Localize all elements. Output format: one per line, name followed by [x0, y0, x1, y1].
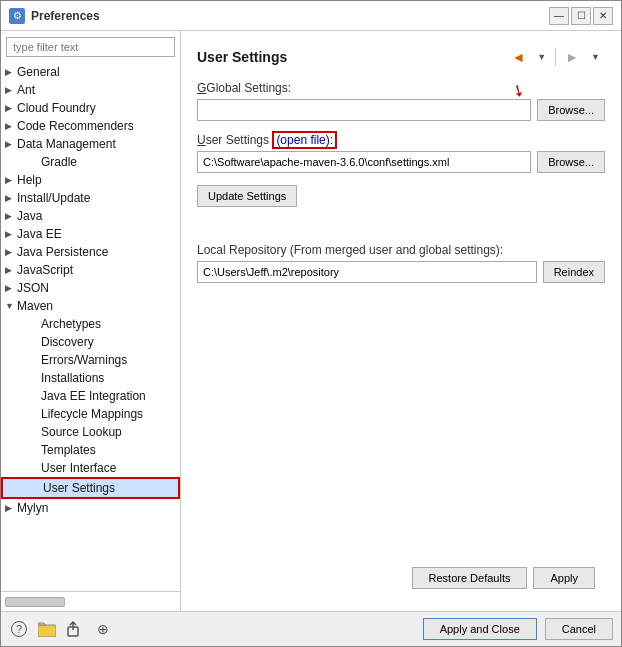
forward-button[interactable]: ►: [560, 47, 584, 67]
help-icon[interactable]: ?: [9, 619, 29, 639]
global-settings-input-row: ➘ Browse...: [197, 99, 605, 121]
tree-item-label: Maven: [17, 299, 53, 313]
panel-title: User Settings: [197, 49, 506, 65]
back-icon: ◄: [511, 49, 525, 65]
tree-item-mylyn[interactable]: ▶ Mylyn: [1, 499, 180, 517]
reindex-button[interactable]: Reindex: [543, 261, 605, 283]
expand-arrow: ▶: [5, 85, 17, 95]
user-settings-label-rest: ser Settings: [206, 133, 273, 147]
tree-item-label: Code Recommenders: [17, 119, 134, 133]
tree-item-help[interactable]: ▶ Help: [1, 171, 180, 189]
tree-item-label: General: [17, 65, 60, 79]
global-settings-label-rest: Global Settings:: [206, 81, 291, 95]
tree-item-errors-warnings[interactable]: Errors/Warnings: [1, 351, 180, 369]
tree-item-label: Data Management: [17, 137, 116, 151]
dropdown-icon: ▼: [537, 52, 546, 62]
left-panel: ▶ General ▶ Ant ▶ Cloud Foundry ▶ Code R…: [1, 31, 181, 611]
update-settings-row: Update Settings: [197, 185, 605, 207]
window-controls: — ☐ ✕: [549, 7, 613, 25]
expand-arrow: ▶: [5, 283, 17, 293]
user-settings-input-row: Browse...: [197, 151, 605, 173]
user-settings-section: User Settings (open file): Browse...: [197, 133, 605, 173]
forward-icon: ►: [565, 49, 579, 65]
update-settings-button[interactable]: Update Settings: [197, 185, 297, 207]
horizontal-scrollbar[interactable]: [1, 591, 180, 611]
tree-item-label: Java: [17, 209, 42, 223]
expand-arrow: ▼: [5, 301, 17, 311]
nav-divider: [555, 48, 556, 66]
expand-arrow: ▶: [5, 211, 17, 221]
forward-dropdown-button[interactable]: ▼: [586, 50, 605, 64]
local-repository-input-row: Reindex: [197, 261, 605, 283]
tree-item-general[interactable]: ▶ General: [1, 63, 180, 81]
tree-item-discovery[interactable]: Discovery: [1, 333, 180, 351]
tree-item-templates[interactable]: Templates: [1, 441, 180, 459]
tree-item-java-ee[interactable]: ▶ Java EE: [1, 225, 180, 243]
apply-and-close-button[interactable]: Apply and Close: [423, 618, 537, 640]
tree-item-label: Archetypes: [41, 317, 101, 331]
global-settings-browse-button[interactable]: Browse...: [537, 99, 605, 121]
expand-arrow: ▶: [5, 229, 17, 239]
local-repository-input[interactable]: [197, 261, 537, 283]
tree-item-label: Gradle: [41, 155, 77, 169]
dropdown-icon: ▼: [591, 52, 600, 62]
minimize-button[interactable]: —: [549, 7, 569, 25]
maximize-button[interactable]: ☐: [571, 7, 591, 25]
tree-item-label: Discovery: [41, 335, 94, 349]
global-settings-label: GGlobal Settings:: [197, 81, 605, 95]
settings-icon[interactable]: ⊕: [93, 619, 113, 639]
tree-item-lifecycle-mappings[interactable]: Lifecycle Mappings: [1, 405, 180, 423]
tree-item-data-management[interactable]: ▶ Data Management: [1, 135, 180, 153]
tree-item-source-lookup[interactable]: Source Lookup: [1, 423, 180, 441]
tree-item-label: Java EE Integration: [41, 389, 146, 403]
preferences-window: ⚙ Preferences — ☐ ✕ ▶ General ▶ Ant: [0, 0, 622, 647]
restore-defaults-button[interactable]: Restore Defaults: [412, 567, 528, 589]
tree-item-archetypes[interactable]: Archetypes: [1, 315, 180, 333]
tree-item-installations[interactable]: Installations: [1, 369, 180, 387]
scrollbar-thumb[interactable]: [5, 597, 65, 607]
global-settings-label-text: G: [197, 81, 206, 95]
settings-icon-glyph: ⊕: [97, 621, 109, 637]
tree-item-gradle[interactable]: Gradle: [1, 153, 180, 171]
cancel-button[interactable]: Cancel: [545, 618, 613, 640]
tree-item-label: Help: [17, 173, 42, 187]
tree-item-javascript[interactable]: ▶ JavaScript: [1, 261, 180, 279]
apply-button[interactable]: Apply: [533, 567, 595, 589]
global-settings-input-row-inner: Browse...: [197, 99, 605, 121]
tree-item-maven[interactable]: ▼ Maven: [1, 297, 180, 315]
tree-item-label: Ant: [17, 83, 35, 97]
tree-item-label: Java Persistence: [17, 245, 108, 259]
user-settings-label: User Settings (open file):: [197, 133, 605, 147]
tree-item-ant[interactable]: ▶ Ant: [1, 81, 180, 99]
nav-icons: ◄ ▼ ► ▼: [506, 47, 605, 67]
tree-item-user-interface[interactable]: User Interface: [1, 459, 180, 477]
user-settings-label-text: U: [197, 133, 206, 147]
tree-item-cloud-foundry[interactable]: ▶ Cloud Foundry: [1, 99, 180, 117]
open-file-link[interactable]: (open file):: [272, 131, 337, 149]
tree-item-install-update[interactable]: ▶ Install/Update: [1, 189, 180, 207]
tree-item-java[interactable]: ▶ Java: [1, 207, 180, 225]
tree-item-java-ee-integration[interactable]: Java EE Integration: [1, 387, 180, 405]
tree-item-user-settings[interactable]: User Settings: [1, 477, 180, 499]
user-settings-input[interactable]: [197, 151, 531, 173]
export-icon[interactable]: [65, 619, 85, 639]
global-settings-input[interactable]: [197, 99, 531, 121]
tree-item-code-recommenders[interactable]: ▶ Code Recommenders: [1, 117, 180, 135]
tree-item-java-persistence[interactable]: ▶ Java Persistence: [1, 243, 180, 261]
back-button[interactable]: ◄: [506, 47, 530, 67]
filter-input[interactable]: [6, 37, 175, 57]
tree-item-json[interactable]: ▶ JSON: [1, 279, 180, 297]
tree-item-label: Mylyn: [17, 501, 48, 515]
close-button[interactable]: ✕: [593, 7, 613, 25]
folder-icon[interactable]: [37, 619, 57, 639]
title-bar: ⚙ Preferences — ☐ ✕: [1, 1, 621, 31]
right-panel: User Settings ◄ ▼ ► ▼: [181, 31, 621, 611]
tree-item-label: Errors/Warnings: [41, 353, 127, 367]
expand-arrow: ▶: [5, 265, 17, 275]
local-repository-section: Local Repository (From merged user and g…: [197, 243, 605, 283]
user-settings-browse-button[interactable]: Browse...: [537, 151, 605, 173]
help-icon-glyph: ?: [11, 621, 27, 637]
local-repository-label: Local Repository (From merged user and g…: [197, 243, 605, 257]
back-dropdown-button[interactable]: ▼: [532, 50, 551, 64]
tree-item-label: Templates: [41, 443, 96, 457]
